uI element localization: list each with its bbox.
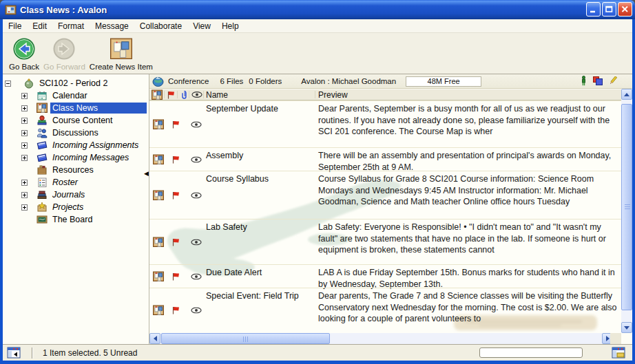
- sidebar-item-class-news[interactable]: Class News: [3, 102, 149, 114]
- flag-icon: [172, 156, 180, 164]
- conference-globe-icon: [152, 76, 164, 87]
- sidebar-item-incoming-assignments[interactable]: Incoming Assignments: [3, 139, 149, 151]
- pencil-icon[interactable]: [609, 76, 617, 85]
- flag-icon[interactable]: [167, 89, 175, 100]
- roster-icon: [37, 177, 48, 188]
- sidebar-item-label: Incoming Assignments: [50, 140, 140, 151]
- discussions-icon: [37, 127, 48, 138]
- journals-icon: [37, 189, 48, 200]
- sidebar-item-projects[interactable]: Projects: [3, 201, 149, 213]
- window-title: Class News : Avalon: [20, 5, 107, 15]
- go-forward-icon: [52, 36, 76, 62]
- course-icon: [23, 78, 34, 89]
- close-button[interactable]: [618, 2, 632, 17]
- news-row-course-syllabus[interactable]: Course SyllabusCourse Syllabus for Grade…: [149, 171, 621, 219]
- resources-icon: [37, 164, 48, 175]
- flag-icon: [172, 238, 180, 246]
- news-item-list: September UpdateDear Parents, September …: [149, 100, 621, 333]
- minimize-button[interactable]: [586, 2, 601, 17]
- app-window: Class News : Avalon FileEditFormatMessag…: [0, 0, 635, 364]
- conference-folders-count: 0 Folders: [249, 77, 282, 85]
- calendar-icon: [37, 90, 48, 101]
- expand-icon[interactable]: [21, 180, 28, 186]
- column-name[interactable]: Name: [206, 89, 228, 100]
- expand-icon[interactable]: [21, 142, 28, 149]
- collapse-icon[interactable]: [5, 81, 11, 87]
- menu-message[interactable]: Message: [90, 19, 134, 33]
- eye-icon: [191, 273, 202, 279]
- vertical-scroll-thumb[interactable]: [621, 104, 632, 310]
- person-icon[interactable]: [581, 76, 587, 86]
- sidebar-item-course-content[interactable]: Course Content: [3, 114, 149, 127]
- expand-icon[interactable]: [21, 93, 28, 99]
- eye-icon: [191, 239, 202, 245]
- horizontal-scrollbar[interactable]: [149, 333, 613, 344]
- menu-edit[interactable]: Edit: [27, 19, 52, 33]
- expander-spacer: [21, 167, 28, 173]
- column-preview[interactable]: Preview: [318, 89, 348, 100]
- news-item-icon: [153, 305, 164, 316]
- expand-icon[interactable]: [21, 155, 28, 161]
- menu-file[interactable]: File: [3, 19, 27, 33]
- news-row-september-update[interactable]: September UpdateDear Parents, September …: [149, 100, 621, 147]
- board-icon: [37, 214, 48, 225]
- sidebar-item-discussions[interactable]: Discussions: [3, 127, 149, 139]
- sidebar-item-roster[interactable]: Roster: [3, 176, 149, 189]
- sidebar-item-label: Projects: [50, 202, 85, 213]
- status-text: 1 Item selected. 5 Unread: [43, 348, 137, 358]
- menu-view[interactable]: View: [187, 19, 216, 33]
- news-row-lab-safety[interactable]: Lab SafetyLab Safety: Everyone is Respon…: [149, 219, 621, 264]
- horizontal-scroll-thumb[interactable]: [161, 333, 330, 344]
- news-row-assembly[interactable]: AssemblyThere will be an assembly and pr…: [149, 147, 621, 171]
- go-back-button[interactable]: Go Back: [7, 33, 41, 71]
- sidebar-item-label: Calendar: [50, 90, 90, 101]
- expand-icon[interactable]: [21, 118, 28, 124]
- conference-label: Conference: [168, 77, 209, 85]
- sidebar-item-sci102-period-2[interactable]: SCI102 - Period 2: [3, 77, 149, 89]
- create-news-item-button[interactable]: Create News Item: [87, 33, 155, 71]
- incoming-icon: [37, 152, 48, 163]
- expand-icon[interactable]: [21, 105, 28, 111]
- sidebar-item-resources[interactable]: Resources: [3, 164, 149, 176]
- sidebar-item-label: Roster: [50, 177, 80, 188]
- layout-toggle-icon[interactable]: [612, 347, 627, 358]
- title-bar[interactable]: Class News : Avalon: [0, 0, 635, 19]
- squares-icon[interactable]: [593, 76, 603, 85]
- sidebar-item-label: Discussions: [50, 127, 101, 138]
- news-item-preview: Dear Parents, September is a busy month …: [318, 103, 618, 138]
- news-icon: [37, 103, 48, 114]
- status-divider: [32, 347, 33, 358]
- sidebar-item-label: The Board: [50, 214, 94, 225]
- news-item-icon[interactable]: [152, 89, 163, 100]
- news-item-preview: LAB A is due Friday September 15th. Bonu…: [318, 267, 618, 290]
- free-space-indicator: 48M Free: [406, 76, 481, 87]
- paperclip-icon[interactable]: [181, 89, 187, 100]
- splitter-collapse-icon[interactable]: ◀: [144, 171, 149, 177]
- expand-icon[interactable]: [21, 204, 28, 211]
- maximize-button[interactable]: [602, 2, 616, 17]
- menu-format[interactable]: Format: [52, 19, 90, 33]
- scroll-down-icon[interactable]: [621, 322, 632, 333]
- sidebar-item-incoming-messages[interactable]: Incoming Messages: [3, 151, 149, 164]
- expand-icon[interactable]: [21, 130, 28, 136]
- sidebar-item-calendar[interactable]: Calendar: [3, 89, 149, 102]
- sidebar-item-label: Course Content: [50, 115, 115, 126]
- panel-toggle-icon[interactable]: [7, 347, 22, 358]
- eye-icon[interactable]: [191, 89, 202, 100]
- sidebar-item-the-board[interactable]: The Board: [3, 213, 149, 226]
- news-row-special-event-field-trip[interactable]: Special Event: Field TripDear parents, T…: [149, 288, 621, 332]
- conference-server-user: Avalon : Michael Goodman: [301, 77, 396, 85]
- eye-icon: [191, 308, 202, 314]
- list-column-header: Name Preview: [149, 89, 621, 100]
- news-row-due-date-alert[interactable]: Due Date AlertLAB A is due Friday Septem…: [149, 264, 621, 288]
- sidebar: SCI102 - Period 2CalendarClass NewsCours…: [3, 74, 149, 344]
- vertical-scrollbar[interactable]: [621, 89, 632, 333]
- sidebar-item-journals[interactable]: Journals: [3, 189, 149, 201]
- menu-help[interactable]: Help: [216, 19, 244, 33]
- scroll-left-icon[interactable]: [149, 333, 160, 344]
- sidebar-item-label: Resources: [50, 164, 96, 175]
- expand-icon[interactable]: [21, 192, 28, 198]
- scroll-up-icon[interactable]: [621, 89, 632, 100]
- news-item-preview: Course Syllabus for Grade 8 SCI201 Cours…: [318, 173, 618, 208]
- menu-collaborate[interactable]: Collaborate: [134, 19, 187, 33]
